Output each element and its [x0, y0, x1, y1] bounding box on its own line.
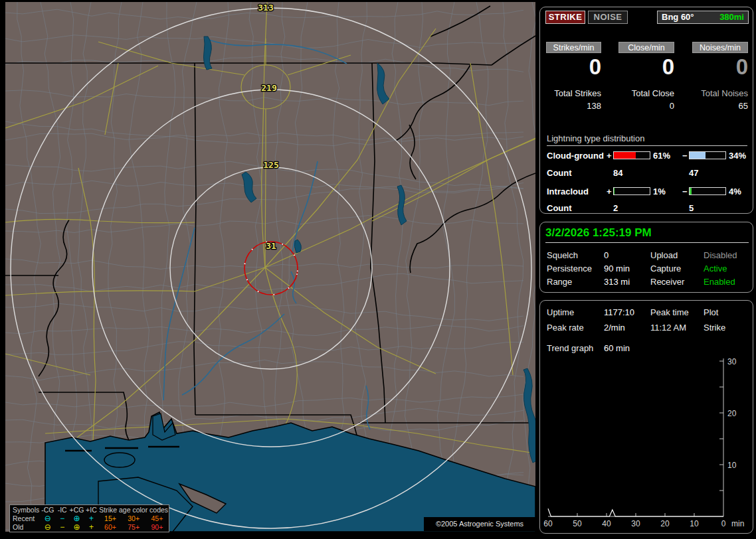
age-75: 75+ [122, 523, 145, 532]
persistence-label: Persistence [547, 264, 592, 273]
total-close-label: Total Close [618, 88, 674, 98]
upload-label: Upload [650, 250, 678, 260]
persistence-value: 90 min [604, 264, 630, 273]
trend-axes [548, 358, 723, 516]
noise-button[interactable]: NOISE [588, 11, 628, 24]
total-close-value: 0 [618, 101, 674, 111]
range-value: 313 mi [604, 277, 630, 287]
noises-per-min-chip: Noises/min [692, 42, 748, 53]
plus-sign: + [607, 187, 612, 196]
intracloud-row: Intracloud + 1% − 4% [540, 187, 754, 196]
receiver-label: Receiver [650, 277, 684, 287]
strikes-per-min-chip: Strikes/min [546, 42, 601, 53]
svg-text:30: 30 [631, 519, 640, 528]
legend-old-label: Old [13, 523, 41, 532]
peak-rate-label: Peak rate [547, 323, 584, 333]
trend-x-unit: min [731, 519, 744, 528]
plot-value: Strike [704, 323, 725, 333]
ic-plus-bar [613, 187, 650, 195]
legend-age-title: Strike age color codes [98, 506, 169, 514]
svg-text:60: 60 [543, 519, 553, 528]
pos-cg-old-icon: ⊕ [70, 523, 84, 532]
trend-x-labels: 60 50 40 30 20 10 0 min [543, 519, 744, 528]
close-per-min-value: 0 [618, 55, 674, 79]
capture-value: Active [704, 264, 727, 273]
cg-minus-pct: 34% [729, 151, 746, 161]
total-strikes-value: 138 [546, 101, 601, 111]
map-legend: Symbols -CG -IC +CG +IC Strike age color… [9, 504, 169, 532]
copyright-label: ©2005 Astrogenic Systems [424, 517, 535, 531]
close-per-min-chip: Close/min [618, 42, 674, 53]
uptime-label: Uptime [547, 307, 574, 317]
distribution-title: Lightning type distribution [547, 133, 747, 146]
strikes-per-min-value: 0 [546, 55, 601, 79]
trend-graph-label: Trend graph [547, 343, 593, 353]
datetime-readout: 3/2/2026 1:25:19 PM [545, 226, 749, 243]
map-canvas[interactable]: 313 219 125 31 [5, 2, 535, 532]
total-strikes-label: Total Strikes [546, 88, 601, 98]
squelch-value: 0 [604, 250, 609, 260]
neg-cg-old-icon: ⊖ [41, 523, 55, 532]
ring-label-219: 219 [261, 83, 276, 93]
cg-plus-count: 84 [613, 168, 622, 178]
cloud-ground-count-row: Count 84 47 [540, 168, 754, 177]
count-label: Count [547, 203, 572, 213]
svg-text:0: 0 [721, 519, 726, 528]
ic-plus-pct: 1% [653, 187, 666, 196]
svg-text:40: 40 [602, 519, 611, 528]
minus-sign: − [682, 187, 688, 196]
cloud-ground-label: Cloud-ground [547, 151, 604, 161]
legend-recent-label: Recent [13, 514, 41, 523]
svg-text:10: 10 [727, 461, 737, 470]
trend-graph: 30 20 10 60 50 40 30 20 10 0 min [540, 352, 754, 534]
cg-minus-count: 47 [689, 168, 698, 178]
age-15: 15+ [98, 514, 122, 523]
age-60: 60+ [98, 523, 122, 532]
upload-value: Disabled [704, 250, 737, 260]
total-noises-label: Total Noises [692, 88, 748, 98]
stats-panel: STRIKE NOISE Bng 60° 380mi Strikes/min C… [539, 7, 753, 214]
peak-time-label: Peak time [650, 307, 689, 317]
cg-plus-bar [613, 151, 650, 159]
status-panel: 3/2/2026 1:25:19 PM Squelch 0 Upload Dis… [539, 222, 753, 293]
ring-label-31: 31 [266, 241, 276, 251]
ic-minus-count: 5 [689, 203, 694, 213]
legend-old-row: Old ⊖ − ⊕ + 60+ 75+ 90+ [13, 523, 169, 532]
plus-sign: + [607, 151, 612, 161]
trend-y-labels: 30 20 10 [727, 357, 737, 470]
bearing-readout: Bng 60° 380mi [657, 11, 749, 24]
plot-label: Plot [704, 307, 718, 317]
range-label: Range [547, 277, 572, 287]
capture-label: Capture [650, 264, 681, 273]
peak-rate-value: 2/min [604, 323, 625, 333]
svg-text:20: 20 [660, 519, 670, 528]
ring-label-125: 125 [263, 160, 278, 170]
intracloud-label: Intracloud [547, 187, 589, 196]
app-window: 313 219 125 31 Symbols -CG -IC +CG +IC S… [0, 0, 756, 539]
bearing-value: 380mi [719, 11, 744, 23]
total-noises-value: 65 [692, 101, 748, 111]
cg-minus-bar [689, 151, 726, 159]
squelch-label: Squelch [547, 250, 578, 260]
trend-window-value: 60 min [604, 343, 630, 353]
svg-text:30: 30 [727, 357, 737, 366]
strike-button[interactable]: STRIKE [545, 11, 585, 24]
bearing-label: Bng 60° [662, 11, 694, 23]
peak-time-value: 11:12 AM [650, 323, 686, 333]
ic-minus-bar [689, 187, 726, 195]
map-area[interactable]: 313 219 125 31 Symbols -CG -IC +CG +IC S… [5, 2, 535, 532]
noises-per-min-value: 0 [692, 55, 748, 79]
legend-symbols-header: Symbols [13, 506, 41, 514]
cloud-ground-row: Cloud-ground + 61% − 34% [540, 151, 754, 160]
age-30: 30+ [122, 514, 145, 523]
age-90: 90+ [145, 523, 169, 532]
trend-panel: Uptime 1177:10 Peak time Plot Peak rate … [539, 300, 753, 534]
intracloud-count-row: Count 2 5 [540, 203, 754, 212]
cg-plus-pct: 61% [653, 151, 670, 161]
ring-label-313: 313 [258, 3, 273, 13]
ic-plus-count: 2 [613, 203, 618, 213]
count-label: Count [547, 168, 572, 178]
svg-text:10: 10 [690, 519, 699, 528]
receiver-value: Enabled [704, 277, 735, 287]
svg-text:50: 50 [573, 519, 582, 528]
